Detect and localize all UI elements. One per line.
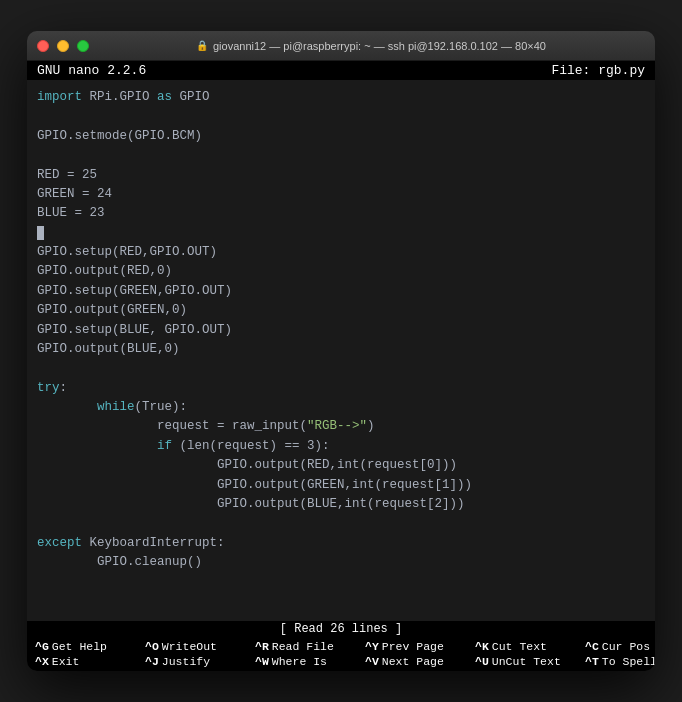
code-line-23 [37,514,645,533]
nano-keybindings: ^G Get Help ^O WriteOut ^R Read File ^Y … [27,637,655,671]
key-read-file: ^R [255,640,269,653]
code-line-17: while(True): [37,398,645,417]
nano-version: GNU nano 2.2.6 [37,63,146,78]
code-line-2 [37,107,645,126]
keybind-to-spell: ^T To Spell [585,655,655,668]
close-button[interactable] [37,40,49,52]
key-writeout: ^O [145,640,159,653]
key-cut-text: ^K [475,640,489,653]
keybind-next-page: ^V Next Page [365,655,475,668]
nano-filename: File: rgb.py [551,63,645,78]
minimize-button[interactable] [57,40,69,52]
code-line-25: GPIO.cleanup() [37,553,645,572]
key-get-help: ^G [35,640,49,653]
code-line-18: request = raw_input("RGB-->") [37,417,645,436]
lock-icon: 🔒 [196,40,208,51]
window-title: 🔒 giovanni12 — pi@raspberrypi: ~ — ssh p… [97,40,645,52]
nano-header: GNU nano 2.2.6 File: rgb.py [27,61,655,80]
keybind-row-1: ^G Get Help ^O WriteOut ^R Read File ^Y … [35,639,647,654]
keybind-get-help: ^G Get Help [35,640,145,653]
code-line-9: GPIO.setup(RED,GPIO.OUT) [37,243,645,262]
code-line-15 [37,359,645,378]
code-line-22: GPIO.output(BLUE,int(request[2])) [37,495,645,514]
keybind-row-2: ^X Exit ^J Justify ^W Where Is ^V Next P… [35,654,647,669]
nano-status-text: [ Read 26 lines ] [280,622,402,636]
code-line-6: GREEN = 24 [37,185,645,204]
key-to-spell: ^T [585,655,599,668]
code-line-3: GPIO.setmode(GPIO.BCM) [37,127,645,146]
keybind-writeout: ^O WriteOut [145,640,255,653]
terminal-window: 🔒 giovanni12 — pi@raspberrypi: ~ — ssh p… [27,31,655,671]
terminal-body[interactable]: GNU nano 2.2.6 File: rgb.py import RPi.G… [27,61,655,671]
keybind-where-is: ^W Where Is [255,655,365,668]
code-line-20: GPIO.output(RED,int(request[0])) [37,456,645,475]
code-line-21: GPIO.output(GREEN,int(request[1])) [37,476,645,495]
key-next-page: ^V [365,655,379,668]
titlebar: 🔒 giovanni12 — pi@raspberrypi: ~ — ssh p… [27,31,655,61]
code-line-24: except KeyboardInterrupt: [37,534,645,553]
key-where-is: ^W [255,655,269,668]
keybind-exit: ^X Exit [35,655,145,668]
key-prev-page: ^Y [365,640,379,653]
keybind-cut-text: ^K Cut Text [475,640,585,653]
code-line-7: BLUE = 23 [37,204,645,223]
keybind-read-file: ^R Read File [255,640,365,653]
nano-statusbar: [ Read 26 lines ] [27,621,655,637]
title-text: giovanni12 — pi@raspberrypi: ~ — ssh pi@… [213,40,546,52]
code-line-4 [37,146,645,165]
keybind-cur-pos: ^C Cur Pos [585,640,655,653]
code-line-16: try: [37,379,645,398]
code-line-12: GPIO.output(GREEN,0) [37,301,645,320]
maximize-button[interactable] [77,40,89,52]
code-line-8 [37,224,645,243]
code-editor[interactable]: import RPi.GPIO as GPIO GPIO.setmode(GPI… [27,80,655,621]
code-line-19: if (len(request) == 3): [37,437,645,456]
key-exit: ^X [35,655,49,668]
code-line-13: GPIO.setup(BLUE, GPIO.OUT) [37,321,645,340]
code-line-10: GPIO.output(RED,0) [37,262,645,281]
code-line-14: GPIO.output(BLUE,0) [37,340,645,359]
keybind-justify: ^J Justify [145,655,255,668]
key-justify: ^J [145,655,159,668]
keybind-prev-page: ^Y Prev Page [365,640,475,653]
code-line-11: GPIO.setup(GREEN,GPIO.OUT) [37,282,645,301]
code-line-1: import RPi.GPIO as GPIO [37,88,645,107]
key-uncut-text: ^U [475,655,489,668]
key-cur-pos: ^C [585,640,599,653]
code-line-5: RED = 25 [37,166,645,185]
keybind-uncut-text: ^U UnCut Text [475,655,585,668]
